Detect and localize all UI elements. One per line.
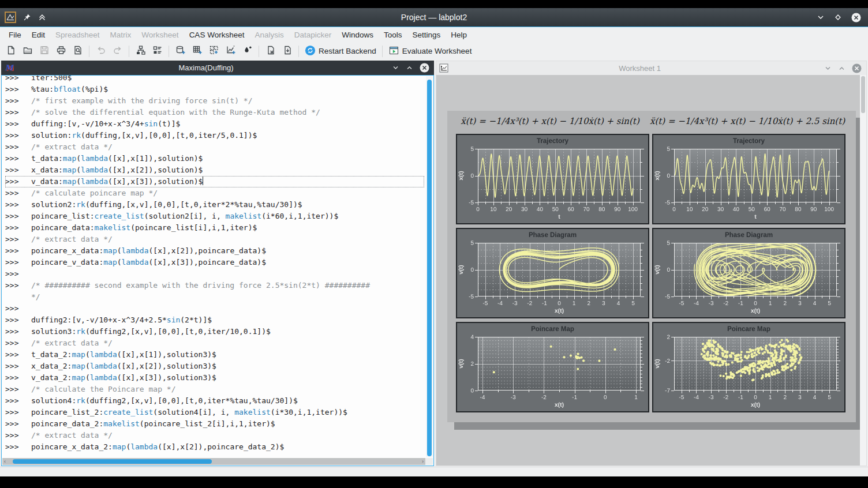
code-line[interactable]: >>>x_data_2:map(lambda([x],x[2]),solutio… — [5, 361, 424, 372]
code-line[interactable]: >>>solution3:rk(duffing2,[x,v],[0,0],[t,… — [5, 326, 424, 337]
minimize-button[interactable] — [817, 13, 825, 21]
code-line[interactable]: >>>poincare_x_data_2:map(lambda([x],x[2]… — [5, 441, 424, 453]
code-line[interactable]: >>>poincare_data_2:makelist(poincare_lis… — [5, 418, 424, 430]
export-button[interactable] — [279, 44, 295, 59]
import-button[interactable] — [263, 44, 278, 59]
open-project-button[interactable] — [20, 44, 35, 59]
code-text: iter:500$ — [31, 75, 424, 84]
code-line[interactable]: >>>/* solve the differential equation wi… — [5, 107, 424, 118]
worksheet-close-button[interactable] — [852, 63, 862, 73]
maxima-panel-titlebar[interactable]: MM Maxima(Duffing) — [1, 61, 434, 75]
prompt: >>> — [5, 372, 23, 384]
code-line[interactable]: >>>/* calculate the Poincare map */ — [5, 384, 424, 395]
code-line[interactable]: >>>/* extract data */ — [5, 430, 424, 441]
maxima-maximize-button[interactable] — [406, 64, 413, 72]
new-workbook-button[interactable] — [206, 44, 222, 59]
plot-canvas-poincare-1 — [457, 323, 648, 411]
worksheet-maximize-button[interactable] — [838, 65, 845, 72]
project-explorer-button[interactable] — [133, 44, 148, 59]
maxima-close-button[interactable] — [420, 63, 429, 73]
code-line[interactable]: >>>x_data:map(lambda([x],x[2]),solution)… — [5, 164, 424, 176]
plot-trajectory-2[interactable] — [652, 134, 845, 224]
code-line[interactable]: >>>solution:rk(duffing,[x,v],[0,0],[t,0,… — [5, 130, 424, 141]
code-line[interactable]: >>>duffing:[v,-v/10+x-x^3/4+sin(t)]$ — [5, 118, 424, 130]
code-line[interactable]: >>>v_data_2:map(lambda([x],x[3]),solutio… — [5, 372, 424, 384]
code-line[interactable]: >>>/* calculate poincare map */ — [5, 187, 424, 199]
code-line[interactable]: >>>duffing2:[v,-v/10+x-x^3/4+2.5*sin(2*t… — [5, 314, 424, 326]
code-line[interactable]: >>> — [5, 268, 424, 280]
plot-phase-1[interactable] — [456, 228, 649, 318]
menu-item-edit[interactable]: Edit — [27, 27, 50, 43]
scroll-right-arrow[interactable]: › — [422, 458, 424, 465]
evaluate-worksheet-button[interactable]: Evaluate Worksheet — [386, 44, 474, 59]
new-worksheet-button[interactable] — [223, 44, 238, 59]
worksheet-minimize-button[interactable] — [824, 65, 832, 72]
code-line[interactable]: >>>poincare_data:makelist(poincare_list[… — [5, 222, 424, 234]
new-spreadsheet-button[interactable] — [173, 44, 188, 59]
titlebar[interactable]: Project — labplot2 — [0, 8, 868, 27]
new-matrix-button[interactable] — [189, 44, 205, 59]
expand-up-icon[interactable] — [38, 13, 46, 21]
code-line[interactable]: >>>iter:500$ — [5, 75, 424, 84]
print-button[interactable] — [53, 44, 69, 59]
code-line-current[interactable]: >>>v_data:map(lambda([x],x[3]),solution)… — [5, 176, 424, 187]
code-line[interactable]: >>>poincare_list:create_list(solution2[i… — [5, 211, 424, 222]
menu-item-cas-worksheet[interactable]: CAS Worksheet — [184, 27, 250, 43]
code-line[interactable]: >>>t_data_2:map(lambda([x],x[1]),solutio… — [5, 349, 424, 361]
worksheet-page: ẍ(t) = −1/4x³(t) + x(t) − 1/10ẋ(t) + sin… — [447, 111, 856, 422]
horizontal-scrollbar[interactable]: ‹ › — [2, 458, 425, 465]
plot-trajectory-1[interactable] — [456, 134, 649, 224]
pin-icon[interactable] — [23, 13, 31, 21]
plot-phase-2[interactable] — [652, 228, 845, 318]
code-line[interactable]: >>>/* extract data */ — [5, 141, 424, 153]
code-text: x_data:map(lambda([x],x[2]),solution)$ — [31, 164, 424, 176]
code-text: /* solve the differential equation with … — [31, 107, 424, 118]
code-area[interactable]: >>>iter:500$>>>%tau:bfloat(%pi)$>>>/* fi… — [5, 75, 424, 453]
menu-item-tools[interactable]: Tools — [379, 27, 407, 43]
menu-item-help[interactable]: Help — [446, 27, 472, 43]
print-preview-button[interactable] — [70, 44, 85, 59]
maxima-minimize-button[interactable] — [392, 64, 399, 72]
new-datapicker-button[interactable] — [240, 44, 255, 59]
code-line[interactable]: >>>/* extract data */ — [5, 234, 424, 245]
code-text: v_data_2:map(lambda([x],x[3]),solution3)… — [31, 372, 424, 384]
maxima-icon: MM — [4, 63, 14, 75]
code-line[interactable]: >>>%tau:bfloat(%pi)$ — [5, 84, 424, 95]
worksheet-panel-titlebar[interactable]: Worksheet 1 — [436, 61, 867, 75]
toolbar-separator — [89, 46, 89, 57]
new-project-button[interactable] — [3, 44, 18, 59]
menu-item-datapicker: Datapicker — [289, 27, 337, 43]
code-line[interactable]: >>> — [5, 303, 424, 314]
close-button[interactable] — [851, 13, 861, 22]
code-line[interactable]: */ — [5, 291, 424, 303]
plot-poincare-1[interactable] — [456, 322, 649, 412]
properties-explorer-button[interactable] — [149, 44, 165, 59]
code-line[interactable]: >>>/* first example with the driving for… — [5, 95, 424, 107]
menu-item-file[interactable]: File — [3, 27, 27, 43]
code-line[interactable]: >>>t_data:map(lambda([x],x[1]),solution)… — [5, 153, 424, 164]
scroll-left-arrow[interactable]: ‹ — [4, 458, 6, 465]
menu-item-settings[interactable]: Settings — [407, 27, 446, 43]
code-line[interactable]: >>>poincare_x_data:map(lambda([x],x[2]),… — [5, 245, 424, 257]
prompt — [5, 291, 23, 303]
worksheet-panel: Worksheet 1 ẍ(t) = −1/4x³(t) + x(t) − 1/… — [436, 61, 867, 466]
plot-poincare-2[interactable] — [652, 322, 845, 412]
maximize-button[interactable] — [834, 13, 842, 21]
code-line[interactable]: >>>/* ########## second example with the… — [5, 280, 424, 291]
maxima-code-editor[interactable]: >>>iter:500$>>>%tau:bfloat(%pi)$>>>/* fi… — [1, 75, 434, 466]
code-line[interactable]: >>>solution2:rk(duffing,[x,v],[0,0],[t,0… — [5, 199, 424, 211]
code-line[interactable]: >>>/* extract data */ — [5, 337, 424, 349]
code-line[interactable]: >>>poincare_v_data:map(lambda([x],x[3]),… — [5, 257, 424, 268]
horizontal-scrollbar-thumb[interactable] — [13, 459, 212, 464]
prompt: >>> — [5, 84, 23, 95]
code-line[interactable]: >>>solution4:rk(duffing2,[x,v],[0,0],[t,… — [5, 395, 424, 407]
code-text: /* extract data */ — [31, 337, 424, 349]
worksheet-scrollbar-thumb[interactable] — [861, 76, 865, 113]
vertical-scrollbar-thumb[interactable] — [427, 80, 432, 456]
code-line[interactable]: >>>poincare_list_2:create_list(solution4… — [5, 407, 424, 418]
restart-backend-button[interactable]: Restart Backend — [302, 44, 379, 59]
worksheet-scrollbar[interactable] — [860, 75, 866, 466]
menu-item-windows[interactable]: Windows — [336, 27, 379, 43]
prompt: >>> — [5, 303, 23, 314]
vertical-scrollbar[interactable] — [426, 76, 433, 457]
